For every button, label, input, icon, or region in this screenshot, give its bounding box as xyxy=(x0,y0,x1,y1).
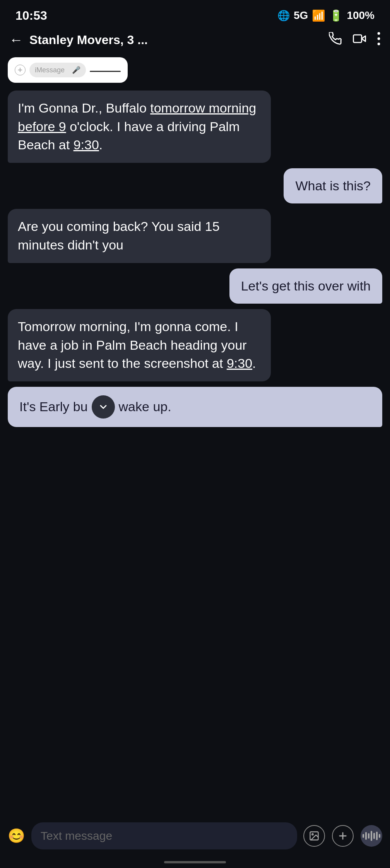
message-received-3: Tomorrow morning, I'm gonna come. I have… xyxy=(8,309,271,381)
voice-button[interactable] xyxy=(361,825,382,847)
status-bar: 10:53 🌐 5G 📶 🔋 100% xyxy=(0,0,390,28)
message-received-2: Are you coming back? You said 15 minutes… xyxy=(8,209,271,263)
message-sent-2: Let's get this over with xyxy=(229,268,382,304)
message-sent-1: What is this? xyxy=(284,168,382,204)
battery-icon: 🔋 xyxy=(329,9,343,22)
chat-title: Stanley Movers, 3 ... xyxy=(29,33,323,47)
text-input-placeholder: Text message xyxy=(41,829,112,842)
svg-point-3 xyxy=(378,37,380,40)
text-input-field[interactable]: Text message xyxy=(31,822,297,849)
svg-point-4 xyxy=(378,43,380,45)
imessage-input-overlay: + iMessage 🎤 xyxy=(8,57,128,83)
input-bar: 😊 Text message xyxy=(0,816,390,868)
network-label: 5G xyxy=(294,9,308,22)
message-sent-partial: It's Early bu wake up. xyxy=(8,387,382,427)
video-icon[interactable] xyxy=(353,32,366,48)
svg-point-2 xyxy=(378,32,380,35)
emoji-button[interactable]: 😊 xyxy=(8,828,25,844)
network-icon: 🌐 xyxy=(277,10,290,22)
scroll-down-button[interactable] xyxy=(92,395,115,419)
signal-icon: 📶 xyxy=(312,9,325,22)
imessage-placeholder: iMessage xyxy=(35,66,65,74)
svg-rect-1 xyxy=(353,35,361,43)
partial-text-after: wake up. xyxy=(119,398,171,416)
imessage-mic-icon[interactable]: 🎤 xyxy=(72,66,80,74)
imessage-plus-icon[interactable]: + xyxy=(15,65,26,75)
svg-point-6 xyxy=(312,834,313,835)
svg-marker-0 xyxy=(362,36,366,41)
messages-container: + iMessage 🎤 I'm Gonna Dr., Buffalo tomo… xyxy=(0,53,390,489)
more-options-icon[interactable] xyxy=(377,32,381,48)
message-received-1: I'm Gonna Dr., Buffalo tomorrow morning … xyxy=(8,91,271,163)
header-actions xyxy=(329,32,381,48)
input-action-buttons xyxy=(303,825,382,847)
add-button[interactable] xyxy=(332,825,354,847)
partial-text-before: It's Early bu xyxy=(19,398,88,416)
imessage-underline xyxy=(90,71,121,72)
chat-header: ← Stanley Movers, 3 ... xyxy=(0,28,390,53)
phone-icon[interactable] xyxy=(329,32,342,48)
status-right: 🌐 5G 📶 🔋 100% xyxy=(277,9,375,22)
image-attach-button[interactable] xyxy=(303,825,325,847)
home-indicator xyxy=(164,861,226,863)
status-time: 10:53 xyxy=(15,9,47,23)
battery-label: 100% xyxy=(347,9,375,22)
back-button[interactable]: ← xyxy=(9,32,23,48)
